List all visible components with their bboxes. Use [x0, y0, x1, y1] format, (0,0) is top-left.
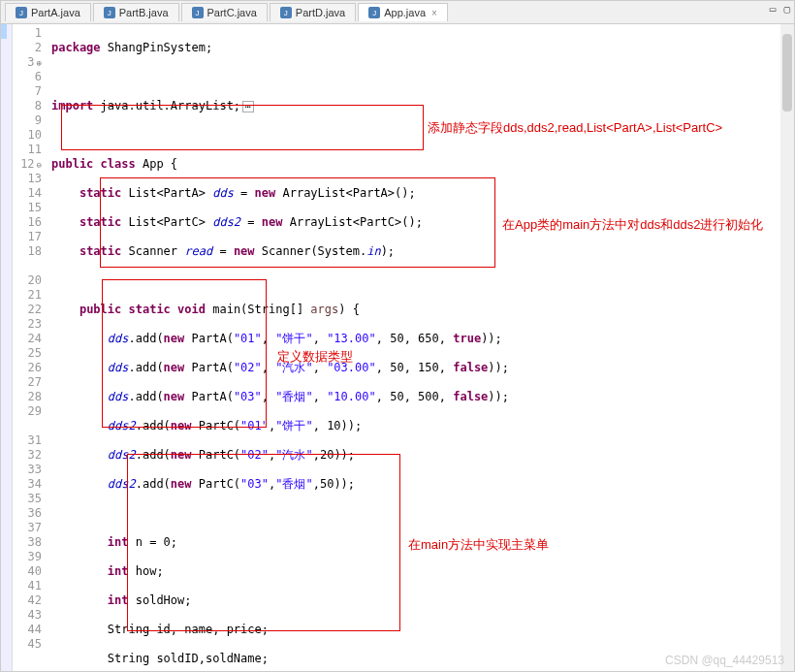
tab-partb[interactable]: JPartB.java [93, 3, 179, 21]
tab-label: App.java [384, 7, 426, 18]
annotation-text: 定义数据类型 [277, 348, 353, 366]
java-file-icon: J [104, 7, 115, 18]
annotation-box [102, 279, 267, 428]
tab-label: PartC.java [207, 7, 257, 18]
tab-label: PartB.java [119, 7, 169, 18]
window-controls: ▭ ▢ [770, 3, 790, 16]
tab-partc[interactable]: JPartC.java [181, 3, 268, 21]
line-number-gutter: 1 2 3⊕ 6 7 8 9 10 11 12⊖ 13 14 15 16 17 … [13, 24, 49, 671]
vertical-scrollbar[interactable] [780, 24, 794, 671]
annotation-box [61, 105, 424, 150]
quick-diff-bar [1, 24, 13, 671]
annotation-box [127, 454, 400, 631]
maximize-icon[interactable]: ▢ [783, 3, 790, 16]
java-file-icon: J [192, 7, 204, 18]
tab-partd[interactable]: JPartD.java [270, 3, 356, 21]
minimize-icon[interactable]: ▭ [770, 3, 777, 16]
java-file-icon: J [16, 7, 27, 18]
editor-tab-bar: JPartA.java JPartB.java JPartC.java JPar… [1, 1, 794, 24]
annotation-text: 在main方法中实现主菜单 [408, 536, 549, 554]
java-file-icon: J [368, 7, 380, 18]
java-file-icon: J [280, 7, 292, 18]
close-icon[interactable]: × [431, 8, 437, 18]
tab-parta[interactable]: JPartA.java [5, 3, 91, 21]
tab-label: PartD.java [296, 7, 345, 18]
annotation-box [100, 177, 495, 268]
scrollbar-thumb[interactable] [782, 34, 792, 112]
annotation-text: 添加静态字段dds,dds2,read,List<PartA>,List<Par… [428, 119, 722, 137]
watermark: CSDN @qq_44429513 [665, 654, 784, 667]
tab-app[interactable]: JApp.java× [358, 3, 448, 21]
annotation-text: 在App类的main方法中对dds和dds2进行初始化 [502, 216, 763, 234]
tab-label: PartA.java [31, 7, 80, 18]
